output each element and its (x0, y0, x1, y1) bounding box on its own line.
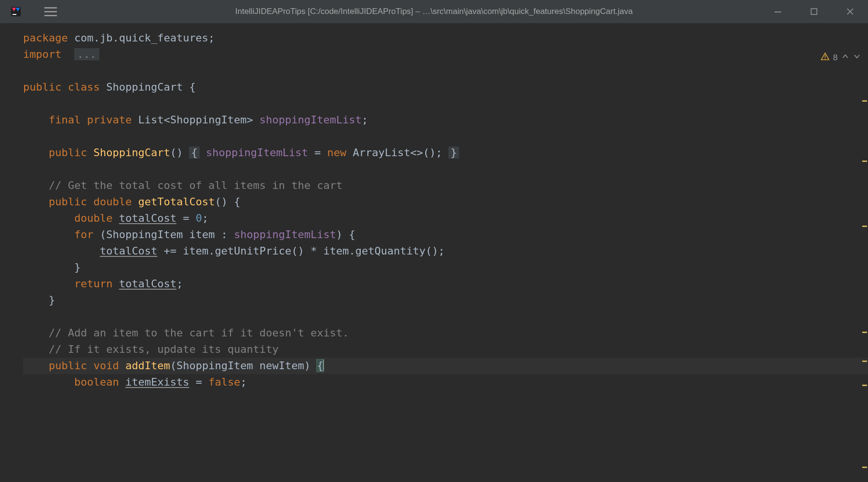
code-content[interactable]: package com.jb.quick_features; import ..… (0, 23, 868, 390)
warning-marker[interactable] (862, 361, 867, 362)
intellij-icon (10, 5, 22, 18)
hamburger-menu-icon[interactable] (41, 3, 60, 20)
chevron-up-icon[interactable] (841, 53, 849, 63)
svg-rect-6 (811, 9, 817, 14)
code-token: ; (176, 278, 183, 290)
warning-icon (821, 52, 829, 63)
code-token: com.jb.quick_features; (68, 32, 215, 44)
code-token: final (49, 114, 81, 126)
code-token: += item.getUnitPrice() * item.getQuantit… (157, 245, 445, 257)
code-editor[interactable]: 8 package com.jb.quick_features; import … (0, 23, 868, 482)
warning-marker[interactable] (862, 100, 867, 102)
code-token: shoppingItemList (259, 114, 362, 126)
svg-rect-2 (44, 7, 57, 9)
error-stripe[interactable] (860, 52, 867, 477)
code-token: ; (240, 376, 246, 388)
svg-rect-4 (44, 15, 57, 16)
minimize-button[interactable] (760, 0, 796, 23)
svg-rect-7 (825, 55, 826, 58)
warning-marker[interactable] (862, 226, 867, 227)
code-token: List<ShoppingItem> (138, 114, 253, 126)
svg-rect-5 (774, 12, 781, 13)
code-token: totalCost (100, 245, 157, 257)
warning-marker[interactable] (862, 161, 867, 162)
svg-rect-8 (825, 58, 826, 59)
code-token: ArrayList<>(); (346, 147, 448, 159)
code-token: public (23, 81, 61, 93)
close-button[interactable] (832, 0, 868, 23)
code-token: = (176, 212, 196, 224)
code-token: package (23, 32, 68, 44)
code-token: () (170, 147, 183, 159)
warning-marker[interactable] (862, 467, 867, 468)
code-token: } (74, 261, 81, 273)
fold-region[interactable]: } (448, 147, 459, 159)
code-token: } (49, 294, 55, 306)
code-comment: // Get the total cost of all items in th… (49, 179, 342, 191)
code-token: shoppingItemList (206, 147, 308, 159)
code-token: getTotalCost (138, 196, 215, 208)
window-title: IntelliJIDEAProTips [C:/code/IntelliJIDE… (235, 7, 633, 16)
code-token: public (49, 147, 87, 159)
code-token: double (74, 212, 112, 224)
brace-match: { (317, 360, 323, 372)
warning-marker[interactable] (862, 385, 867, 386)
code-token: import (23, 48, 61, 60)
warning-count: 8 (833, 53, 838, 63)
window-controls (760, 0, 868, 23)
code-token: false (208, 376, 240, 388)
code-token: (ShoppingItem newItem) (170, 360, 317, 372)
code-token: for (74, 228, 94, 241)
titlebar: IntelliJIDEAProTips [C:/code/IntelliJIDE… (0, 0, 868, 23)
code-token: ; (202, 212, 208, 224)
code-token: = (308, 147, 327, 159)
chevron-down-icon[interactable] (853, 53, 861, 63)
code-comment: // If it exists, update its quantity (49, 343, 279, 355)
fold-region[interactable]: { (189, 147, 199, 159)
code-token: ShoppingCart (106, 81, 183, 93)
code-token: (ShoppingItem item : (94, 228, 234, 241)
code-token: ShoppingCart (94, 147, 170, 159)
code-token: totalCost (119, 278, 176, 290)
code-token: addItem (125, 360, 170, 372)
warning-marker[interactable] (862, 332, 867, 333)
svg-rect-1 (13, 14, 16, 15)
code-token: class (68, 81, 100, 93)
code-token: new (327, 147, 347, 159)
code-token: public (49, 196, 87, 208)
code-token: = (189, 376, 208, 388)
code-token: { (189, 81, 195, 93)
code-token: shoppingItemList (234, 228, 336, 241)
fold-ellipsis[interactable]: ... (74, 48, 99, 60)
code-token: return (74, 278, 112, 290)
text-caret (323, 359, 324, 371)
code-token: boolean (74, 376, 119, 388)
inspection-widget[interactable]: 8 (821, 52, 861, 63)
code-comment: // Add an item to the cart if it doesn't… (49, 327, 349, 339)
maximize-button[interactable] (796, 0, 832, 23)
code-token: totalCost (119, 212, 176, 224)
code-token: public (49, 360, 87, 372)
code-token: 0 (196, 212, 202, 224)
code-token: itemExists (125, 376, 189, 388)
code-token: double (94, 196, 132, 208)
code-token: ; (362, 114, 368, 126)
code-token: () { (215, 196, 240, 208)
code-token: ) { (336, 228, 355, 241)
code-token: private (87, 114, 132, 126)
code-token: void (94, 360, 119, 372)
svg-rect-3 (44, 11, 57, 13)
